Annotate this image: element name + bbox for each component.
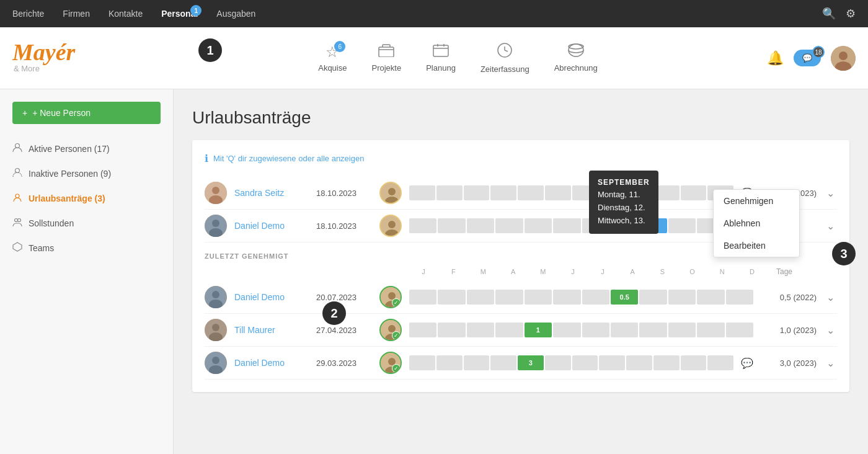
tooltip-month: SEPTEMBER (598, 177, 650, 189)
month-m: M (469, 268, 497, 275)
teams-label: Teams (29, 243, 54, 253)
cal-ti-m2: 1 (525, 323, 552, 337)
cal-da1-j2 (553, 290, 580, 305)
nav-akquise[interactable]: ☆ 6 Akquise (318, 43, 347, 73)
abrechnung-label: Abrechnung (554, 63, 598, 73)
sandra-date: 18.10.2023 (316, 189, 372, 198)
month-o: O (678, 268, 707, 275)
sidebar-item-sollstunden[interactable]: Sollstunden (0, 211, 173, 236)
approved-daniel-avatar (205, 286, 227, 308)
svg-point-37 (212, 324, 219, 331)
step-badge-3: 3 (832, 242, 856, 265)
daniel1-chevron[interactable]: ⌄ (824, 289, 837, 306)
new-person-label: + Neue Person (32, 108, 91, 118)
cal-ti-o (668, 323, 696, 337)
nav-berichte[interactable]: Berichte (12, 9, 44, 19)
main-layout: + + Neue Person Aktive Personen (17) Ina… (0, 89, 868, 454)
daniel3-comment-icon: 💬 (741, 357, 753, 369)
sidebar-item-urlaubsantraege[interactable]: Urlaubsanträge (3) (0, 186, 173, 211)
cal-ti-j (409, 323, 436, 337)
nav-kontakte[interactable]: Kontakte (108, 9, 143, 19)
cal-dp-m2 (525, 218, 552, 233)
sollstunden-icon (12, 217, 22, 229)
nav-zeiterfassung[interactable]: Zeiterfassung (480, 42, 529, 74)
sandra-name[interactable]: Sandra Seitz (234, 188, 309, 198)
info-hint: ℹ Mit 'Q' dir zugewiesene oder alle anze… (205, 153, 837, 164)
daniel-pending-date: 18.10.2023 (316, 221, 372, 231)
cal-da1-a (495, 290, 523, 305)
till-date: 27.04.2023 (316, 326, 372, 335)
cal-ti-n (697, 323, 724, 337)
cal-d3-m2: 3 (518, 355, 544, 370)
till-days: 1,0 (2023) (761, 326, 817, 335)
approved-row-daniel-1: Daniel Demo 20.07.2023 ✓ Genehmigt (Anke… (205, 281, 837, 314)
nav-firmen[interactable]: Firmen (63, 9, 90, 19)
sandra-calendar: 2 (409, 185, 733, 200)
sidebar-item-teams[interactable]: Teams (0, 236, 173, 260)
personal-badge: 1 (190, 5, 202, 16)
month-j3: J (588, 268, 617, 275)
approved-row-till: Till Maurer 27.04.2023 ✓ 1 (205, 314, 837, 347)
tooltip-line-1: Montag, 11. (598, 189, 650, 202)
tooltip-line-3: Mittwoch, 13. (598, 215, 650, 228)
nav-abrechnung[interactable]: Abrechnung (554, 43, 598, 73)
search-icon[interactable]: 🔍 (822, 7, 836, 20)
till-name[interactable]: Till Maurer (234, 325, 309, 335)
settings-icon[interactable]: ⚙ (846, 7, 856, 20)
dropdown-ablehnen[interactable]: Ablehnen (714, 212, 799, 234)
daniel3-name[interactable]: Daniel Demo (234, 358, 309, 368)
nav-personal[interactable]: Personal 1 (161, 9, 198, 19)
calendar-tooltip: SEPTEMBER Montag, 11. Dienstag, 12. Mitt… (589, 171, 658, 234)
cal-dp-a (495, 218, 523, 233)
new-person-button[interactable]: + + Neue Person (12, 102, 161, 124)
planung-label: Planung (426, 63, 456, 73)
cal-da1-n (697, 290, 724, 305)
user-avatar[interactable] (831, 46, 856, 71)
daniel3-chevron[interactable]: ⌄ (824, 355, 837, 372)
cal-ti-d (726, 323, 753, 337)
urlaubsantraege-label: Urlaubsanträge (3) (29, 194, 105, 203)
cal-bar-m2 (518, 185, 544, 200)
nav-ausgaben[interactable]: Ausgaben (216, 9, 255, 19)
sandra-chevron[interactable]: ⌄ (824, 185, 837, 202)
cal-d3-a (490, 355, 516, 370)
bell-icon[interactable]: 🔔 (767, 50, 784, 66)
daniel-pending-chevron[interactable]: ⌄ (824, 218, 837, 234)
approved-daniel1-name[interactable]: Daniel Demo (234, 292, 309, 302)
daniel-pending-name[interactable]: Daniel Demo (234, 221, 309, 231)
till-chevron[interactable]: ⌄ (824, 322, 837, 339)
sidebar-item-inaktive[interactable]: Inaktive Personen (9) (0, 161, 173, 186)
sollstunden-label: Sollstunden (29, 218, 74, 228)
header-nav: ☆ 6 Akquise Projekte Planung Zeiterfassu… (149, 42, 767, 74)
nav-projekte[interactable]: Projekte (371, 43, 401, 73)
month-j: J (409, 268, 438, 275)
cal-d3-j2 (545, 355, 571, 370)
cal-ti-f (438, 323, 465, 337)
svg-point-43 (212, 357, 219, 364)
till-avatar (205, 319, 227, 341)
cal-d3-j (409, 355, 435, 370)
cal-bar-n (681, 185, 707, 200)
cal-dp-j1 (409, 218, 436, 233)
cal-dp-j2 (553, 218, 580, 233)
cal-ti-j2 (553, 323, 580, 337)
chat-button[interactable]: 18 💬 (794, 50, 821, 66)
nav-planung[interactable]: Planung (426, 43, 456, 73)
main-content: Urlaubsanträge ℹ Mit 'Q' dir zugewiesene… (174, 89, 868, 454)
till-approver: ✓ (379, 319, 402, 341)
daniel3-calendar: 3 (409, 355, 733, 370)
dropdown-bearbeiten[interactable]: Bearbeiten (714, 234, 799, 257)
svg-point-31 (212, 291, 219, 298)
month-labels: J F M A M J J A S O N D (409, 268, 766, 275)
logo-wrapper: Mayér & More (12, 40, 75, 76)
sidebar-item-aktive[interactable]: Aktive Personen (17) (0, 136, 173, 161)
svg-point-15 (15, 219, 18, 222)
cal-d3-o (653, 355, 680, 370)
month-j2: J (559, 268, 587, 275)
akquise-label: Akquise (318, 63, 347, 73)
dropdown-genehmigen[interactable]: Genehmigen (714, 190, 799, 212)
content-card: ℹ Mit 'Q' dir zugewiesene oder alle anze… (192, 140, 849, 392)
svg-line-6 (505, 50, 508, 51)
abrechnung-icon (568, 43, 584, 61)
projekte-label: Projekte (371, 63, 401, 73)
